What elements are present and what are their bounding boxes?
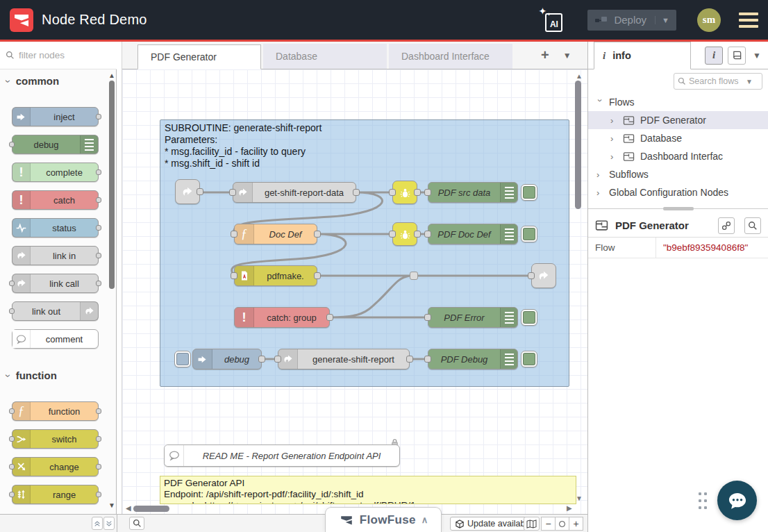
search-node-button[interactable] [744,217,761,234]
deploy-button[interactable]: Deploy ▼ [587,10,676,31]
user-avatar[interactable]: sm [697,8,721,32]
palette-node-switch[interactable]: switch [12,429,99,449]
flowfuse-toolbar-button[interactable]: FlowFuse ∧ [325,507,442,532]
expand-categories-button[interactable] [103,517,115,530]
palette-node-function[interactable]: ƒ function [12,401,99,421]
debug-toggle-button[interactable] [521,226,537,242]
node-pdf-src-data[interactable]: PDF src data [428,182,518,203]
chat-drag-handle-icon[interactable] [697,490,708,510]
output-port[interactable] [326,314,333,321]
collapse-categories-button[interactable] [92,517,103,530]
output-port[interactable] [414,231,421,238]
output-port[interactable] [96,281,101,286]
tab-database[interactable]: Database [263,44,387,69]
palette-node-debug[interactable]: debug [12,135,99,154]
input-port[interactable] [9,308,15,314]
output-port[interactable] [406,356,413,363]
input-port[interactable] [231,231,237,238]
output-port[interactable] [96,197,101,203]
input-port[interactable] [424,231,431,238]
debug-toggle-button[interactable] [521,184,537,201]
palette-node-range[interactable]: range [12,485,99,504]
inject-button[interactable] [174,351,191,367]
node-link-in[interactable] [175,179,200,204]
input-port[interactable] [424,314,431,321]
tab-pdf-generator[interactable]: PDF Generator [137,44,261,69]
palette-node-link-call[interactable]: link call [12,274,99,293]
canvas-horizontal-scrollbar-thumb[interactable] [133,506,169,512]
node-link-out[interactable] [531,263,556,288]
filter-nodes-input[interactable] [19,50,102,60]
node-trace-bug-2[interactable] [392,222,417,246]
flow-canvas[interactable]: SUBROUTINE: generate-shift-report Parame… [122,69,587,514]
output-port[interactable] [353,189,360,196]
splitter-grip[interactable] [663,207,694,210]
minimap-toggle-button[interactable] [524,517,540,531]
category-function[interactable]: › function [7,369,57,381]
node-get-shift-report-data[interactable]: get-shift-report-data [233,182,356,203]
input-port[interactable] [389,189,396,196]
output-port[interactable] [96,492,101,497]
debug-toggle-button[interactable] [521,309,537,326]
input-port[interactable] [274,356,281,363]
input-port[interactable] [389,231,396,238]
tab-info[interactable]: i info [594,42,691,69]
output-port[interactable] [314,272,321,279]
node-pdf-doc-def[interactable]: PDF Doc Def [428,224,518,244]
output-port[interactable] [258,356,265,363]
node-catch-group[interactable]: ! catch: group [234,307,330,328]
canvas-scroll-up-arrow[interactable]: ▲ [576,72,583,80]
output-port[interactable] [96,169,101,175]
input-port[interactable] [9,464,15,469]
output-port[interactable] [96,436,101,442]
deploy-dropdown-caret[interactable]: ▼ [655,16,669,24]
palette-node-link-in[interactable]: link in [12,246,99,265]
main-menu-button[interactable] [739,13,758,28]
category-common[interactable]: › common [7,75,59,87]
zoom-in-button[interactable]: + [569,517,583,531]
input-port[interactable] [231,272,237,279]
tab-dashboard-interface[interactable]: Dashboard Interface [389,44,512,69]
palette-node-inject[interactable]: inject [12,107,99,126]
zoom-reset-button[interactable] [555,517,569,531]
palette-scroll-down-arrow[interactable]: ▼ [108,501,115,509]
input-port[interactable] [9,436,15,442]
palette-node-catch[interactable]: ! catch [12,190,99,210]
tree-flows[interactable]: › Flows [588,93,768,111]
info-panel-button[interactable]: i [705,47,723,65]
output-port[interactable] [96,408,101,414]
node-doc-def[interactable]: ƒ Doc Def [234,224,317,244]
output-port[interactable] [96,225,101,231]
copy-link-button[interactable] [718,217,735,234]
palette-node-comment[interactable]: comment [12,329,99,349]
tree-subflows[interactable]: › Subflows [588,165,768,183]
output-port[interactable] [96,464,101,469]
node-generate-shift-report[interactable]: generate-shift-report [278,349,410,369]
palette-node-change[interactable]: change [12,457,99,476]
input-port[interactable] [9,281,15,286]
node-inject-debug[interactable]: debug [192,349,262,369]
search-flows-input[interactable] [689,76,743,86]
tree-flow-pdf-generator[interactable]: › PDF Generator [588,111,768,129]
tree-flow-database[interactable]: › Database [588,129,768,147]
ai-assistant-button[interactable]: ✦ ✦ AI [537,7,564,33]
palette-scrollbar-thumb[interactable] [109,81,115,289]
sidebar-tabs-caret[interactable]: ▼ [753,51,761,60]
input-port[interactable] [424,356,431,363]
output-port[interactable] [314,231,321,238]
node-comment-readme[interactable]: READ ME - Report Generation Endpoint API [164,444,400,467]
palette-node-complete[interactable]: ! complete [12,163,99,182]
input-port[interactable] [9,408,15,414]
palette-scroll-up-arrow[interactable]: ▲ [108,72,115,79]
search-options-caret[interactable]: ▼ [746,78,753,85]
output-port[interactable] [414,189,421,196]
wire-junction[interactable] [410,272,418,280]
search-flows-box[interactable]: ▼ [674,73,762,90]
node-trace-bug-1[interactable] [392,181,417,204]
output-port[interactable] [96,253,101,258]
input-port[interactable] [424,189,431,196]
node-pdfmake[interactable]: pdfmake. [234,265,317,286]
input-port[interactable] [229,189,236,196]
help-book-button[interactable] [728,47,746,65]
zoom-out-button[interactable]: − [541,517,556,531]
